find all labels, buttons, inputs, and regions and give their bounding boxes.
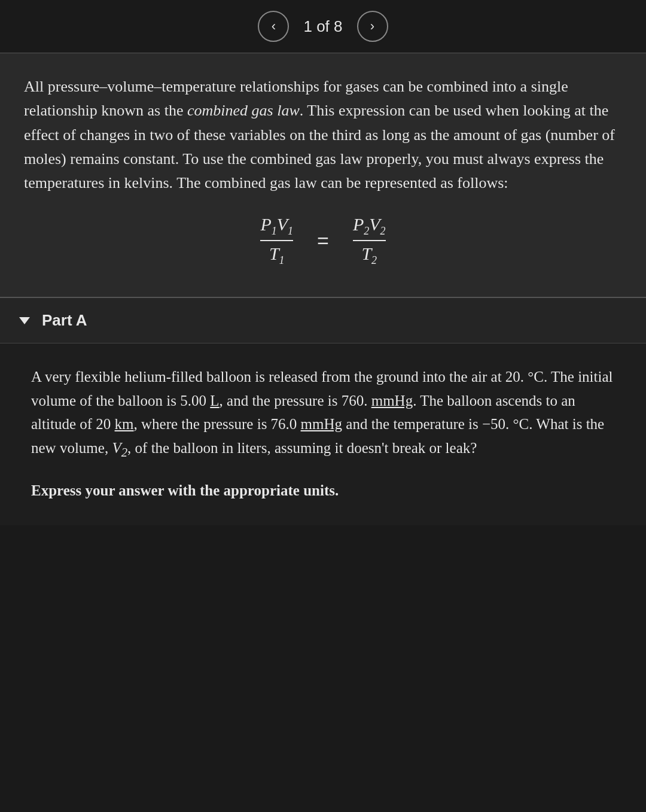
equals-sign: = (317, 229, 329, 253)
formula-display: P1V1 T1 = P2V2 T2 (24, 214, 622, 267)
express-answer-instruction: Express your answer with the appropriate… (31, 479, 615, 502)
content-area: All pressure–volume–temperature relation… (0, 53, 646, 297)
part-a-title: Part A (42, 311, 87, 330)
part-a-section: Part A A very flexible helium-filled bal… (0, 297, 646, 525)
part-a-header[interactable]: Part A (0, 298, 646, 343)
formula-lhs-denominator: T1 (269, 241, 285, 267)
formula-lhs: P1V1 T1 (260, 214, 293, 267)
prev-button[interactable]: ‹ (258, 11, 289, 42)
formula-rhs-denominator: T2 (361, 241, 377, 267)
formula-lhs-numerator: P1V1 (260, 214, 293, 240)
problem-statement: A very flexible helium-filled balloon is… (31, 365, 615, 462)
intro-paragraph: All pressure–volume–temperature relation… (24, 75, 622, 195)
next-button[interactable]: › (357, 11, 388, 42)
chevron-down-icon (19, 317, 30, 324)
part-a-content: A very flexible helium-filled balloon is… (0, 343, 646, 525)
page-indicator: 1 of 8 (303, 17, 342, 36)
top-navigation: ‹ 1 of 8 › (0, 0, 646, 53)
formula-rhs-numerator: P2V2 (353, 214, 386, 240)
formula-rhs: P2V2 T2 (353, 214, 386, 267)
